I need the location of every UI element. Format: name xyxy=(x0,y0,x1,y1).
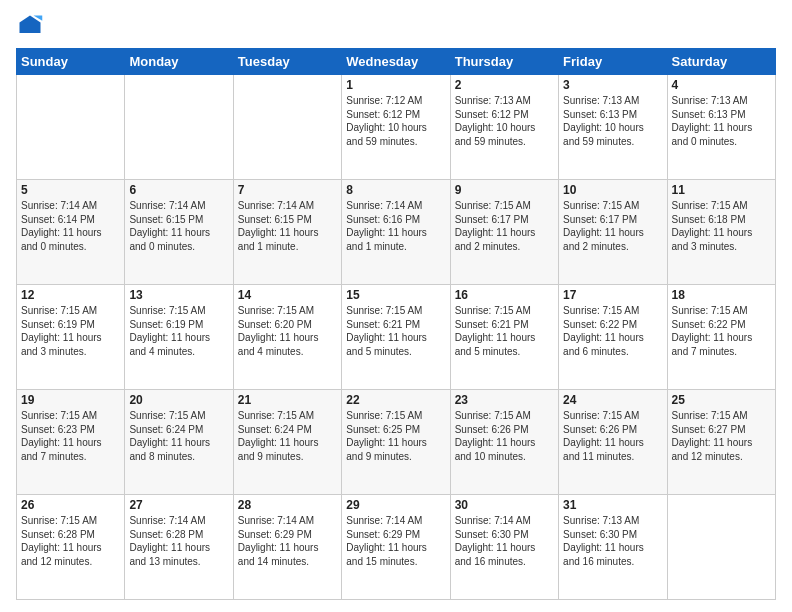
calendar-cell: 15Sunrise: 7:15 AM Sunset: 6:21 PM Dayli… xyxy=(342,285,450,390)
day-number: 22 xyxy=(346,393,445,407)
cell-content: Sunrise: 7:15 AM Sunset: 6:23 PM Dayligh… xyxy=(21,409,120,463)
calendar-cell: 16Sunrise: 7:15 AM Sunset: 6:21 PM Dayli… xyxy=(450,285,558,390)
calendar-cell: 10Sunrise: 7:15 AM Sunset: 6:17 PM Dayli… xyxy=(559,180,667,285)
week-row-3: 12Sunrise: 7:15 AM Sunset: 6:19 PM Dayli… xyxy=(17,285,776,390)
cell-content: Sunrise: 7:15 AM Sunset: 6:18 PM Dayligh… xyxy=(672,199,771,253)
weekday-tuesday: Tuesday xyxy=(233,49,341,75)
calendar-cell: 11Sunrise: 7:15 AM Sunset: 6:18 PM Dayli… xyxy=(667,180,775,285)
calendar-cell: 7Sunrise: 7:14 AM Sunset: 6:15 PM Daylig… xyxy=(233,180,341,285)
svg-marker-0 xyxy=(20,16,41,34)
cell-content: Sunrise: 7:14 AM Sunset: 6:29 PM Dayligh… xyxy=(346,514,445,568)
cell-content: Sunrise: 7:14 AM Sunset: 6:15 PM Dayligh… xyxy=(238,199,337,253)
cell-content: Sunrise: 7:13 AM Sunset: 6:12 PM Dayligh… xyxy=(455,94,554,148)
day-number: 7 xyxy=(238,183,337,197)
cell-content: Sunrise: 7:15 AM Sunset: 6:28 PM Dayligh… xyxy=(21,514,120,568)
weekday-saturday: Saturday xyxy=(667,49,775,75)
weekday-thursday: Thursday xyxy=(450,49,558,75)
calendar-cell: 2Sunrise: 7:13 AM Sunset: 6:12 PM Daylig… xyxy=(450,75,558,180)
day-number: 26 xyxy=(21,498,120,512)
day-number: 23 xyxy=(455,393,554,407)
calendar-cell xyxy=(17,75,125,180)
day-number: 19 xyxy=(21,393,120,407)
cell-content: Sunrise: 7:14 AM Sunset: 6:14 PM Dayligh… xyxy=(21,199,120,253)
cell-content: Sunrise: 7:15 AM Sunset: 6:21 PM Dayligh… xyxy=(346,304,445,358)
cell-content: Sunrise: 7:15 AM Sunset: 6:22 PM Dayligh… xyxy=(672,304,771,358)
calendar-cell: 22Sunrise: 7:15 AM Sunset: 6:25 PM Dayli… xyxy=(342,390,450,495)
day-number: 30 xyxy=(455,498,554,512)
calendar-cell xyxy=(667,495,775,600)
day-number: 21 xyxy=(238,393,337,407)
day-number: 29 xyxy=(346,498,445,512)
calendar-cell: 24Sunrise: 7:15 AM Sunset: 6:26 PM Dayli… xyxy=(559,390,667,495)
calendar-cell: 6Sunrise: 7:14 AM Sunset: 6:15 PM Daylig… xyxy=(125,180,233,285)
day-number: 6 xyxy=(129,183,228,197)
weekday-sunday: Sunday xyxy=(17,49,125,75)
calendar-cell: 1Sunrise: 7:12 AM Sunset: 6:12 PM Daylig… xyxy=(342,75,450,180)
day-number: 13 xyxy=(129,288,228,302)
cell-content: Sunrise: 7:15 AM Sunset: 6:19 PM Dayligh… xyxy=(129,304,228,358)
calendar-cell: 12Sunrise: 7:15 AM Sunset: 6:19 PM Dayli… xyxy=(17,285,125,390)
calendar-cell: 5Sunrise: 7:14 AM Sunset: 6:14 PM Daylig… xyxy=(17,180,125,285)
weekday-header-row: SundayMondayTuesdayWednesdayThursdayFrid… xyxy=(17,49,776,75)
day-number: 3 xyxy=(563,78,662,92)
day-number: 14 xyxy=(238,288,337,302)
day-number: 12 xyxy=(21,288,120,302)
calendar-cell: 29Sunrise: 7:14 AM Sunset: 6:29 PM Dayli… xyxy=(342,495,450,600)
day-number: 2 xyxy=(455,78,554,92)
calendar-cell: 9Sunrise: 7:15 AM Sunset: 6:17 PM Daylig… xyxy=(450,180,558,285)
calendar-cell: 27Sunrise: 7:14 AM Sunset: 6:28 PM Dayli… xyxy=(125,495,233,600)
cell-content: Sunrise: 7:14 AM Sunset: 6:30 PM Dayligh… xyxy=(455,514,554,568)
cell-content: Sunrise: 7:15 AM Sunset: 6:24 PM Dayligh… xyxy=(238,409,337,463)
cell-content: Sunrise: 7:15 AM Sunset: 6:17 PM Dayligh… xyxy=(563,199,662,253)
week-row-4: 19Sunrise: 7:15 AM Sunset: 6:23 PM Dayli… xyxy=(17,390,776,495)
calendar-cell: 30Sunrise: 7:14 AM Sunset: 6:30 PM Dayli… xyxy=(450,495,558,600)
calendar-cell: 4Sunrise: 7:13 AM Sunset: 6:13 PM Daylig… xyxy=(667,75,775,180)
calendar-cell xyxy=(125,75,233,180)
calendar-cell: 26Sunrise: 7:15 AM Sunset: 6:28 PM Dayli… xyxy=(17,495,125,600)
header xyxy=(16,12,776,40)
week-row-2: 5Sunrise: 7:14 AM Sunset: 6:14 PM Daylig… xyxy=(17,180,776,285)
cell-content: Sunrise: 7:15 AM Sunset: 6:24 PM Dayligh… xyxy=(129,409,228,463)
logo xyxy=(16,12,48,40)
cell-content: Sunrise: 7:14 AM Sunset: 6:29 PM Dayligh… xyxy=(238,514,337,568)
calendar-cell: 19Sunrise: 7:15 AM Sunset: 6:23 PM Dayli… xyxy=(17,390,125,495)
cell-content: Sunrise: 7:15 AM Sunset: 6:20 PM Dayligh… xyxy=(238,304,337,358)
calendar-cell: 8Sunrise: 7:14 AM Sunset: 6:16 PM Daylig… xyxy=(342,180,450,285)
calendar-cell: 21Sunrise: 7:15 AM Sunset: 6:24 PM Dayli… xyxy=(233,390,341,495)
calendar-cell: 31Sunrise: 7:13 AM Sunset: 6:30 PM Dayli… xyxy=(559,495,667,600)
day-number: 18 xyxy=(672,288,771,302)
cell-content: Sunrise: 7:15 AM Sunset: 6:21 PM Dayligh… xyxy=(455,304,554,358)
cell-content: Sunrise: 7:14 AM Sunset: 6:28 PM Dayligh… xyxy=(129,514,228,568)
calendar-cell: 18Sunrise: 7:15 AM Sunset: 6:22 PM Dayli… xyxy=(667,285,775,390)
cell-content: Sunrise: 7:14 AM Sunset: 6:15 PM Dayligh… xyxy=(129,199,228,253)
week-row-1: 1Sunrise: 7:12 AM Sunset: 6:12 PM Daylig… xyxy=(17,75,776,180)
day-number: 9 xyxy=(455,183,554,197)
day-number: 10 xyxy=(563,183,662,197)
calendar-cell: 17Sunrise: 7:15 AM Sunset: 6:22 PM Dayli… xyxy=(559,285,667,390)
weekday-friday: Friday xyxy=(559,49,667,75)
day-number: 28 xyxy=(238,498,337,512)
calendar-table: SundayMondayTuesdayWednesdayThursdayFrid… xyxy=(16,48,776,600)
cell-content: Sunrise: 7:15 AM Sunset: 6:17 PM Dayligh… xyxy=(455,199,554,253)
cell-content: Sunrise: 7:15 AM Sunset: 6:26 PM Dayligh… xyxy=(563,409,662,463)
cell-content: Sunrise: 7:15 AM Sunset: 6:22 PM Dayligh… xyxy=(563,304,662,358)
calendar-cell: 20Sunrise: 7:15 AM Sunset: 6:24 PM Dayli… xyxy=(125,390,233,495)
cell-content: Sunrise: 7:15 AM Sunset: 6:26 PM Dayligh… xyxy=(455,409,554,463)
calendar-cell: 3Sunrise: 7:13 AM Sunset: 6:13 PM Daylig… xyxy=(559,75,667,180)
day-number: 16 xyxy=(455,288,554,302)
cell-content: Sunrise: 7:14 AM Sunset: 6:16 PM Dayligh… xyxy=(346,199,445,253)
cell-content: Sunrise: 7:13 AM Sunset: 6:13 PM Dayligh… xyxy=(672,94,771,148)
day-number: 4 xyxy=(672,78,771,92)
calendar-cell xyxy=(233,75,341,180)
calendar-cell: 25Sunrise: 7:15 AM Sunset: 6:27 PM Dayli… xyxy=(667,390,775,495)
cell-content: Sunrise: 7:12 AM Sunset: 6:12 PM Dayligh… xyxy=(346,94,445,148)
cell-content: Sunrise: 7:15 AM Sunset: 6:27 PM Dayligh… xyxy=(672,409,771,463)
cell-content: Sunrise: 7:15 AM Sunset: 6:25 PM Dayligh… xyxy=(346,409,445,463)
day-number: 25 xyxy=(672,393,771,407)
day-number: 8 xyxy=(346,183,445,197)
week-row-5: 26Sunrise: 7:15 AM Sunset: 6:28 PM Dayli… xyxy=(17,495,776,600)
cell-content: Sunrise: 7:13 AM Sunset: 6:13 PM Dayligh… xyxy=(563,94,662,148)
day-number: 15 xyxy=(346,288,445,302)
day-number: 5 xyxy=(21,183,120,197)
calendar-cell: 14Sunrise: 7:15 AM Sunset: 6:20 PM Dayli… xyxy=(233,285,341,390)
